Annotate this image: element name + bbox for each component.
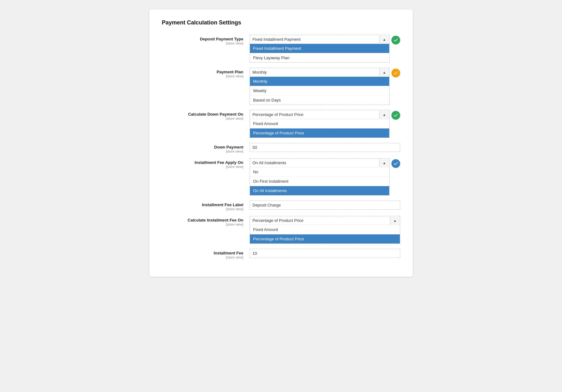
input-down_payment[interactable] xyxy=(250,143,400,152)
check-icon-installment_fee_apply_on xyxy=(391,159,400,168)
check-icon-payment_plan xyxy=(391,69,400,77)
select-header-deposit_payment_type: Fixed Installment Payment▲ xyxy=(250,35,389,44)
label-sub-calculate_installment_fee_on: [store view] xyxy=(162,222,243,226)
form-row-installment_fee: Installment Fee[store view] xyxy=(162,249,400,259)
label-calculate_installment_fee_on: Calculate Installment Fee On[store view] xyxy=(162,216,250,226)
label-main-payment_plan: Payment Plan xyxy=(162,70,243,74)
control-deposit_payment_type: Fixed Installment Payment▲Fixed Installm… xyxy=(250,35,400,63)
label-installment_fee: Installment Fee[store view] xyxy=(162,249,250,259)
form-row-installment_fee_label: Installment Fee Label[store view] xyxy=(162,201,400,211)
label-main-installment_fee_apply_on: Installment Fee Apply On xyxy=(162,160,243,165)
input-wrapper-down_payment xyxy=(250,143,400,152)
control-calculate_installment_fee_on: Percentage of Product Price▲Fixed Amount… xyxy=(250,216,400,244)
select-value-calculate_installment_fee_on: Percentage of Product Price xyxy=(250,216,390,225)
select-options-installment_fee_apply_on: NoOn First InstallmentOn All Installment… xyxy=(250,167,389,195)
select-value-payment_plan: Monthly xyxy=(250,68,379,76)
label-main-calculate_down_payment_on: Calculate Down Payment On xyxy=(162,112,243,117)
label-main-calculate_installment_fee_on: Calculate Installment Fee On xyxy=(162,218,243,222)
label-installment_fee_label: Installment Fee Label[store view] xyxy=(162,201,250,211)
option-deposit_payment_type-1[interactable]: Flexy Layaway Plan xyxy=(250,53,389,62)
form-row-calculate_installment_fee_on: Calculate Installment Fee On[store view]… xyxy=(162,216,400,244)
label-down_payment: Down Payment[store view] xyxy=(162,143,250,153)
check-icon-deposit_payment_type xyxy=(391,36,400,44)
option-deposit_payment_type-0[interactable]: Fixed Installment Payment xyxy=(250,44,389,53)
input-installment_fee_label[interactable] xyxy=(250,201,400,210)
control-payment_plan: Monthly▲MonthlyWeeklyBased on Days xyxy=(250,68,400,105)
option-calculate_installment_fee_on-1[interactable]: Percentage of Product Price xyxy=(250,234,400,243)
label-payment_plan: Payment Plan[store view] xyxy=(162,68,250,78)
label-sub-calculate_down_payment_on: [store view] xyxy=(162,117,243,120)
select-wrapper-deposit_payment_type[interactable]: Fixed Installment Payment▲Fixed Installm… xyxy=(250,35,390,63)
label-sub-payment_plan: [store view] xyxy=(162,74,243,78)
check-icon-calculate_down_payment_on xyxy=(391,111,400,120)
form-row-payment_plan: Payment Plan[store view]Monthly▲MonthlyW… xyxy=(162,68,400,105)
label-deposit_payment_type: Deposit Payment Type[store view] xyxy=(162,35,250,45)
label-sub-deposit_payment_type: [store view] xyxy=(162,41,243,45)
select-options-calculate_installment_fee_on: Fixed AmountPercentage of Product Price xyxy=(250,225,400,243)
label-installment_fee_apply_on: Installment Fee Apply On[store view] xyxy=(162,158,250,169)
option-calculate_down_payment_on-0[interactable]: Fixed Amount xyxy=(250,119,389,128)
select-header-payment_plan: Monthly▲ xyxy=(250,68,389,77)
label-sub-down_payment: [store view] xyxy=(162,149,243,153)
label-main-installment_fee: Installment Fee xyxy=(162,251,243,255)
label-main-installment_fee_label: Installment Fee Label xyxy=(162,202,243,207)
control-installment_fee_label xyxy=(250,201,400,210)
label-sub-installment_fee_apply_on: [store view] xyxy=(162,165,243,169)
select-options-deposit_payment_type: Fixed Installment PaymentFlexy Layaway P… xyxy=(250,44,389,62)
label-sub-installment_fee_label: [store view] xyxy=(162,207,243,211)
select-wrapper-payment_plan[interactable]: Monthly▲MonthlyWeeklyBased on Days xyxy=(250,68,390,105)
input-wrapper-installment_fee_label xyxy=(250,201,400,210)
card-title: Payment Calculation Settings xyxy=(162,19,400,26)
option-installment_fee_apply_on-1[interactable]: On First Installment xyxy=(250,177,389,186)
option-calculate_down_payment_on-1[interactable]: Percentage of Product Price xyxy=(250,128,389,138)
settings-card: Payment Calculation Settings Deposit Pay… xyxy=(149,9,413,277)
select-arrow-installment_fee_apply_on[interactable]: ▲ xyxy=(379,159,389,167)
control-installment_fee xyxy=(250,249,400,258)
select-value-deposit_payment_type: Fixed Installment Payment xyxy=(250,35,379,44)
select-value-installment_fee_apply_on: On All Installments xyxy=(250,159,379,167)
label-main-deposit_payment_type: Deposit Payment Type xyxy=(162,37,243,41)
select-value-calculate_down_payment_on: Percentage of Product Price xyxy=(250,110,379,119)
form-row-deposit_payment_type: Deposit Payment Type[store view]Fixed In… xyxy=(162,35,400,63)
control-calculate_down_payment_on: Percentage of Product Price▲Fixed Amount… xyxy=(250,110,400,138)
control-installment_fee_apply_on: On All Installments▲NoOn First Installme… xyxy=(250,158,400,196)
option-payment_plan-1[interactable]: Weekly xyxy=(250,86,389,96)
option-calculate_installment_fee_on-0[interactable]: Fixed Amount xyxy=(250,225,400,234)
select-wrapper-calculate_down_payment_on[interactable]: Percentage of Product Price▲Fixed Amount… xyxy=(250,110,390,138)
select-header-calculate_down_payment_on: Percentage of Product Price▲ xyxy=(250,110,389,119)
select-header-installment_fee_apply_on: On All Installments▲ xyxy=(250,159,389,167)
option-payment_plan-2[interactable]: Based on Days xyxy=(250,96,389,105)
select-wrapper-calculate_installment_fee_on[interactable]: Percentage of Product Price▲Fixed Amount… xyxy=(250,216,400,244)
input-installment_fee[interactable] xyxy=(250,249,400,258)
select-arrow-calculate_down_payment_on[interactable]: ▲ xyxy=(379,111,389,118)
label-calculate_down_payment_on: Calculate Down Payment On[store view] xyxy=(162,110,250,120)
control-down_payment xyxy=(250,143,400,152)
option-installment_fee_apply_on-0[interactable]: No xyxy=(250,167,389,177)
select-header-calculate_installment_fee_on: Percentage of Product Price▲ xyxy=(250,216,400,225)
option-installment_fee_apply_on-2[interactable]: On All Installments xyxy=(250,186,389,195)
select-options-payment_plan: MonthlyWeeklyBased on Days xyxy=(250,77,389,105)
input-wrapper-installment_fee xyxy=(250,249,400,258)
label-main-down_payment: Down Payment xyxy=(162,145,243,149)
select-wrapper-installment_fee_apply_on[interactable]: On All Installments▲NoOn First Installme… xyxy=(250,158,390,196)
select-arrow-payment_plan[interactable]: ▲ xyxy=(379,69,389,76)
select-options-calculate_down_payment_on: Fixed AmountPercentage of Product Price xyxy=(250,119,389,138)
form-row-down_payment: Down Payment[store view] xyxy=(162,143,400,153)
form-row-installment_fee_apply_on: Installment Fee Apply On[store view]On A… xyxy=(162,158,400,196)
option-payment_plan-0[interactable]: Monthly xyxy=(250,77,389,86)
select-arrow-deposit_payment_type[interactable]: ▲ xyxy=(379,36,389,43)
label-sub-installment_fee: [store view] xyxy=(162,255,243,259)
select-arrow-calculate_installment_fee_on[interactable]: ▲ xyxy=(390,217,400,224)
form-row-calculate_down_payment_on: Calculate Down Payment On[store view]Per… xyxy=(162,110,400,138)
